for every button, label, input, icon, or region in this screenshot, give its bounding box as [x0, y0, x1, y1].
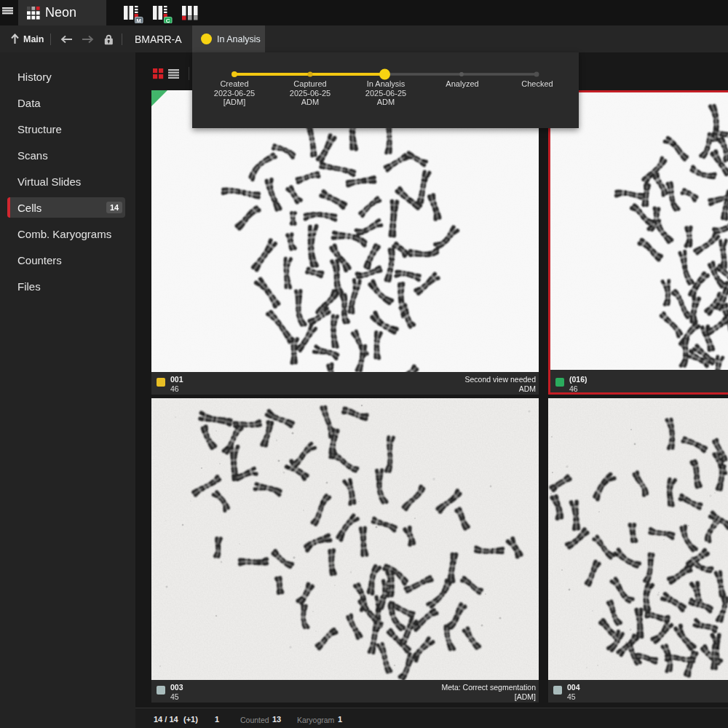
- svg-text:ADM: ADM: [377, 98, 395, 106]
- svg-text:ADM: ADM: [301, 98, 319, 106]
- svg-text:2025-06-25: 2025-06-25: [365, 89, 406, 98]
- svg-text:M: M: [136, 17, 141, 23]
- svg-text:2025-06-25: 2025-06-25: [290, 89, 331, 98]
- svg-text:2023-06-25: 2023-06-25: [214, 89, 255, 98]
- svg-text:[ADM]: [ADM]: [223, 98, 246, 106]
- svg-text:Captured: Captured: [293, 79, 326, 88]
- svg-text:Checked: Checked: [521, 79, 553, 88]
- svg-text:Analyzed: Analyzed: [446, 79, 478, 88]
- svg-text:In Analysis: In Analysis: [367, 79, 405, 88]
- svg-text:C: C: [166, 17, 170, 23]
- svg-text:Created: Created: [220, 79, 248, 88]
